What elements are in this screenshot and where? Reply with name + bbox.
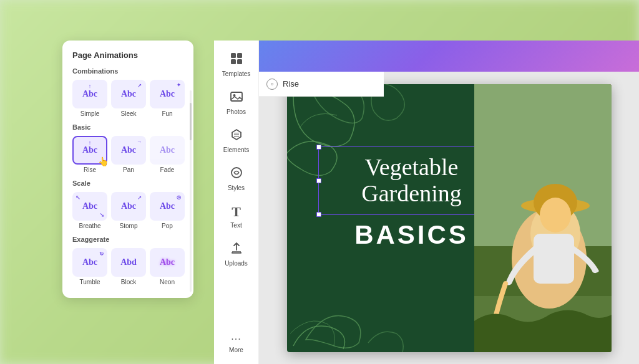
sleek-thumb: ↗ Abc: [111, 80, 146, 108]
svg-rect-0: [231, 53, 236, 58]
handle-bl[interactable]: [316, 212, 321, 217]
fun-label: Fun: [162, 110, 172, 117]
sparkle-icon: ✦: [177, 82, 181, 88]
simple-label: Simple: [80, 110, 100, 117]
anim-fun[interactable]: ✦ Abc Fun: [150, 80, 185, 117]
arrow-icon: ↑: [89, 83, 92, 89]
styles-label: Styles: [228, 184, 245, 191]
elements-label: Elements: [223, 146, 250, 153]
anim-pan[interactable]: → Abc Pan: [111, 136, 146, 173]
anim-rise[interactable]: ↑ Abc 👆 Rise: [72, 136, 107, 173]
block-label: Block: [121, 279, 136, 285]
anim-stomp[interactable]: ↗ Abc Stomp: [111, 192, 146, 229]
simple-thumb: ↑ Abc: [72, 80, 107, 108]
templates-label: Templates: [222, 70, 251, 77]
scale-section-label: Scale: [72, 180, 183, 187]
page-animations-panel: Page Animations Combinations ↑ Abc Simpl…: [62, 41, 193, 298]
fun-thumb: ✦ Abc: [150, 80, 185, 108]
anim-tumble[interactable]: ↻ Abc Tumble: [72, 248, 107, 285]
breathe-thumb: ↖ ↘ Abc: [72, 192, 107, 221]
combinations-label: Combinations: [72, 67, 183, 75]
rise-icon: ○: [266, 79, 278, 90]
uploads-label: Uploads: [225, 260, 248, 267]
tumble-thumb: ↻ Abc: [72, 248, 107, 277]
elements-icon: [230, 128, 243, 145]
more-label: More: [229, 347, 243, 353]
templates-icon: [230, 52, 243, 69]
rise-label: Rise: [84, 166, 96, 173]
fade-label: Fade: [160, 166, 175, 173]
photos-icon: [230, 90, 243, 107]
photo-area: [474, 84, 612, 352]
handle-tl[interactable]: [316, 145, 321, 150]
sleek-label: Sleek: [120, 110, 136, 117]
anim-sleek[interactable]: ↗ Abc Sleek: [111, 80, 146, 117]
text-icon: T: [232, 204, 241, 220]
fade-thumb: Abc: [150, 136, 185, 165]
svg-rect-1: [237, 53, 242, 58]
left-sidebar: Templates Photos Elements: [214, 41, 259, 364]
canvas-area: Vegetable Gardening BASICS: [259, 72, 639, 364]
cursor-icon: 👆: [98, 156, 109, 167]
pop-label: Pop: [162, 223, 173, 229]
styles-icon: [230, 166, 243, 183]
neon-label: Neon: [160, 279, 175, 285]
photos-label: Photos: [227, 108, 246, 115]
svg-point-5: [233, 94, 235, 97]
basic-label: Basic: [72, 123, 183, 131]
vegetable-gardening-text: Vegetable Gardening: [331, 155, 492, 207]
expand-icon: ↖: [76, 194, 80, 201]
arrow-icon: ↗: [137, 83, 142, 89]
rotate-icon: ↻: [99, 251, 104, 257]
text-label: Text: [230, 222, 241, 229]
pan-thumb: → Abc: [111, 136, 146, 165]
block-thumb: Abd: [111, 248, 146, 277]
contract-icon: ↘: [99, 212, 104, 218]
panel-title: Page Animations: [72, 50, 183, 60]
anim-pop[interactable]: ◎ Abc Pop: [150, 192, 185, 229]
rise-thumb: ↑ Abc 👆: [72, 136, 107, 165]
top-bar: ‹ Home: [214, 41, 639, 72]
svg-rect-4: [231, 92, 242, 101]
person-photo: [474, 84, 612, 352]
arrow-icon: →: [137, 139, 142, 145]
exaggerate-grid: ↻ Abc Tumble Abd Block Abc Neon: [72, 248, 183, 285]
person-illustration: [474, 84, 612, 352]
sidebar-item-uploads[interactable]: Uploads: [214, 235, 258, 273]
pop-thumb: ◎ Abc: [150, 192, 185, 221]
anim-simple[interactable]: ↑ Abc Simple: [72, 80, 107, 117]
anim-fade[interactable]: Abc Fade: [150, 136, 185, 173]
pan-label: Pan: [123, 166, 134, 173]
scale-grid: ↖ ↘ Abc Breathe ↗ Abc Stomp ◎ Abc Pop: [72, 192, 183, 229]
sidebar-item-templates[interactable]: Templates: [214, 46, 258, 84]
sidebar-item-text[interactable]: T Text: [214, 198, 258, 235]
svg-rect-16: [534, 234, 574, 284]
handle-ml[interactable]: [316, 178, 321, 183]
sidebar-item-more[interactable]: ··· More: [214, 327, 258, 360]
arrow-icon: ↗: [137, 195, 142, 201]
anim-breathe[interactable]: ↖ ↘ Abc Breathe: [72, 192, 107, 229]
uploads-icon: [230, 241, 243, 258]
anim-block[interactable]: Abd Block: [111, 248, 146, 285]
combinations-grid: ↑ Abc Simple ↗ Abc Sleek ✦ Abc Fun: [72, 80, 183, 117]
leaf-decoration-bottom: [287, 246, 412, 352]
sidebar-item-styles[interactable]: Styles: [214, 160, 258, 198]
sparkle-icon: ◎: [177, 194, 181, 200]
arrow-icon: ↑: [89, 140, 92, 146]
svg-rect-2: [231, 59, 236, 64]
svg-rect-3: [237, 59, 242, 64]
anim-neon[interactable]: Abc Neon: [150, 248, 185, 285]
svg-point-6: [232, 168, 241, 178]
svg-point-15: [540, 198, 571, 232]
breathe-label: Breathe: [79, 223, 100, 229]
sidebar-item-elements[interactable]: Elements: [214, 122, 258, 160]
stomp-label: Stomp: [120, 223, 138, 229]
rise-indicator: ○ Rise: [259, 72, 384, 97]
exaggerate-section-label: Exaggerate: [72, 236, 183, 243]
more-icon: ···: [231, 333, 241, 345]
basic-grid: ↑ Abc 👆 Rise → Abc Pan Abc Fade: [72, 136, 183, 173]
sidebar-item-photos[interactable]: Photos: [214, 84, 258, 122]
scrollbar-track[interactable]: [190, 90, 192, 292]
tumble-label: Tumble: [80, 279, 100, 285]
scrollbar-thumb[interactable]: [190, 103, 192, 140]
